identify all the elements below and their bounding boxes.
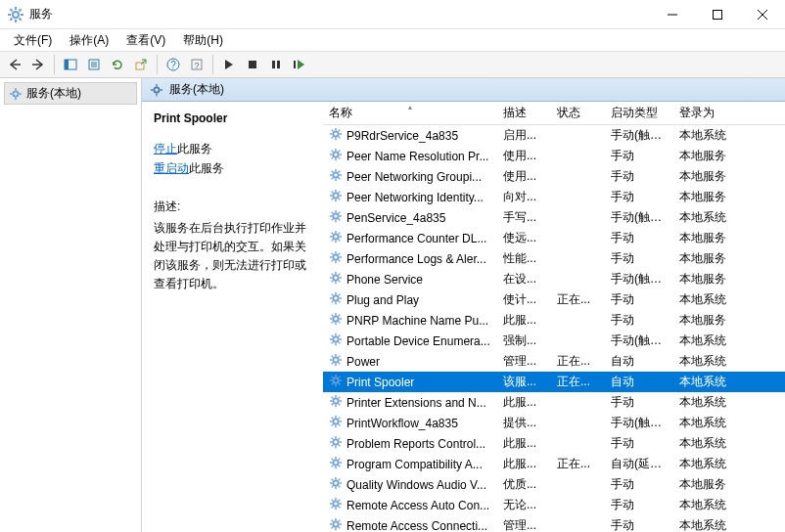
svg-line-183 <box>339 438 341 440</box>
service-logon: 本地系统 <box>673 415 747 431</box>
help-topics-button[interactable]: ? <box>186 54 208 75</box>
service-name: Problem Reports Control... <box>346 437 485 451</box>
table-row[interactable]: Program Compatibility A...此服...正在...自动(延… <box>323 454 785 474</box>
table-row[interactable]: Portable Device Enumera...强制...手动(触发...本… <box>323 331 785 351</box>
svg-text:?: ? <box>170 60 176 70</box>
table-row[interactable]: Phone Service在设...手动(触发...本地服务 <box>323 269 785 289</box>
svg-point-148 <box>333 377 338 382</box>
service-desc: 提供... <box>497 415 551 431</box>
svg-line-45 <box>332 130 334 132</box>
forward-button[interactable] <box>27 54 49 75</box>
svg-line-146 <box>332 363 334 365</box>
service-desc: 该服... <box>497 374 551 390</box>
svg-rect-29 <box>294 61 296 68</box>
maximize-button[interactable] <box>695 0 740 29</box>
svg-point-211 <box>333 521 338 526</box>
service-desc: 向对... <box>497 189 551 205</box>
service-start: 手动 <box>605 168 673 185</box>
svg-line-7 <box>10 18 12 20</box>
table-row[interactable]: Performance Counter DL...使远...手动本地服务 <box>323 228 785 248</box>
service-start: 手动 <box>605 148 673 164</box>
tree-root-item[interactable]: 服务(本地) <box>4 82 137 105</box>
table-row[interactable]: Remote Access Connecti...管理...手动本地系统 <box>323 515 785 532</box>
table-row[interactable]: PrintWorkflow_4a835提供...手动(触发...本地系统 <box>323 413 785 433</box>
service-icon <box>329 127 343 144</box>
table-row[interactable]: Problem Reports Control...此服...手动本地系统 <box>323 433 785 454</box>
table-row[interactable]: Peer Networking Identity...向对...手动本地服务 <box>323 187 785 207</box>
col-logon[interactable]: 登录为 <box>673 105 747 121</box>
service-rows[interactable]: P9RdrService_4a835启用...手动(触发...本地系统Peer … <box>323 125 785 532</box>
service-list: 名称▴ 描述 状态 启动类型 登录为 P9RdrService_4a835启用.… <box>323 102 785 532</box>
menu-action[interactable]: 操作(A) <box>62 30 116 51</box>
svg-line-65 <box>332 178 334 180</box>
table-row[interactable]: Performance Logs & Aler...性能...手动本地服务 <box>323 248 785 269</box>
svg-point-40 <box>333 131 338 136</box>
svg-line-189 <box>332 459 334 461</box>
svg-line-57 <box>339 151 341 153</box>
stop-link[interactable]: 停止 <box>154 142 177 155</box>
svg-line-174 <box>339 418 341 420</box>
pause-service-button[interactable] <box>265 54 287 75</box>
menu-view[interactable]: 查看(V) <box>118 30 173 51</box>
stop-service-button[interactable] <box>242 54 263 75</box>
menu-help[interactable]: 帮助(H) <box>175 30 231 51</box>
svg-point-202 <box>333 501 338 506</box>
properties-button[interactable] <box>83 54 105 75</box>
svg-line-209 <box>332 507 334 509</box>
minimize-button[interactable] <box>650 0 695 29</box>
help-button[interactable]: ? <box>162 54 184 75</box>
table-row[interactable]: PenService_4a835手写...手动(触发...本地系统 <box>323 207 785 228</box>
close-button[interactable] <box>740 0 785 29</box>
restart-link[interactable]: 重启动 <box>154 161 189 175</box>
svg-rect-21 <box>136 63 144 69</box>
table-row[interactable]: Peer Networking Groupi...使用...手动本地服务 <box>323 166 785 187</box>
table-row[interactable]: Plug and Play使计...正在...手动本地系统 <box>323 289 785 310</box>
export-button[interactable] <box>130 54 152 75</box>
service-name: Portable Device Enumera... <box>346 334 490 348</box>
service-start: 手动 <box>605 476 673 493</box>
table-row[interactable]: Print Spooler该服...正在...自动本地系统 <box>323 372 785 392</box>
service-desc: 启用... <box>497 127 551 144</box>
svg-rect-26 <box>249 61 256 68</box>
service-start: 手动(触发... <box>605 209 673 226</box>
col-name[interactable]: 名称▴ <box>323 105 497 121</box>
col-status[interactable]: 状态 <box>551 105 605 121</box>
table-row[interactable]: Remote Access Auto Con...无论...手动本地系统 <box>323 495 785 515</box>
service-icon <box>329 312 343 329</box>
svg-point-0 <box>13 12 19 18</box>
svg-line-47 <box>332 137 334 139</box>
service-desc: 无论... <box>497 497 551 513</box>
service-logon: 本地服务 <box>673 312 747 329</box>
table-row[interactable]: P9RdrService_4a835启用...手动(触发...本地系统 <box>323 125 785 146</box>
svg-point-94 <box>333 254 338 259</box>
table-row[interactable]: Power管理...正在...自动本地系统 <box>323 351 785 372</box>
svg-line-120 <box>339 294 341 296</box>
back-button[interactable] <box>4 54 25 75</box>
col-start[interactable]: 启动类型 <box>605 105 673 121</box>
service-logon: 本地服务 <box>673 148 747 164</box>
table-row[interactable]: Peer Name Resolution Pr...使用...手动本地服务 <box>323 146 785 166</box>
svg-line-144 <box>332 356 334 358</box>
refresh-button[interactable] <box>107 54 128 75</box>
svg-point-58 <box>333 172 338 177</box>
start-service-button[interactable] <box>218 54 240 75</box>
svg-line-82 <box>339 219 341 221</box>
service-desc: 使用... <box>497 168 551 185</box>
svg-point-157 <box>333 398 338 403</box>
restart-service-button[interactable] <box>289 54 310 75</box>
table-row[interactable]: Printer Extensions and N...此服...手动本地系统 <box>323 392 785 413</box>
col-desc[interactable]: 描述 <box>497 105 551 121</box>
table-row[interactable]: PNRP Machine Name Pu...此服...手动本地服务 <box>323 310 785 331</box>
svg-point-35 <box>154 87 159 92</box>
svg-line-6 <box>20 18 22 20</box>
show-hide-tree-button[interactable] <box>60 54 81 75</box>
menu-file[interactable]: 文件(F) <box>6 30 60 51</box>
svg-line-198 <box>332 479 334 481</box>
service-name: P9RdrService_4a835 <box>346 129 458 143</box>
sort-asc-icon: ▴ <box>408 103 412 111</box>
svg-line-90 <box>332 233 334 235</box>
svg-line-219 <box>339 520 341 522</box>
table-row[interactable]: Quality Windows Audio V...优质...手动本地服务 <box>323 474 785 495</box>
service-desc: 此服... <box>497 456 551 472</box>
service-logon: 本地系统 <box>673 209 747 226</box>
